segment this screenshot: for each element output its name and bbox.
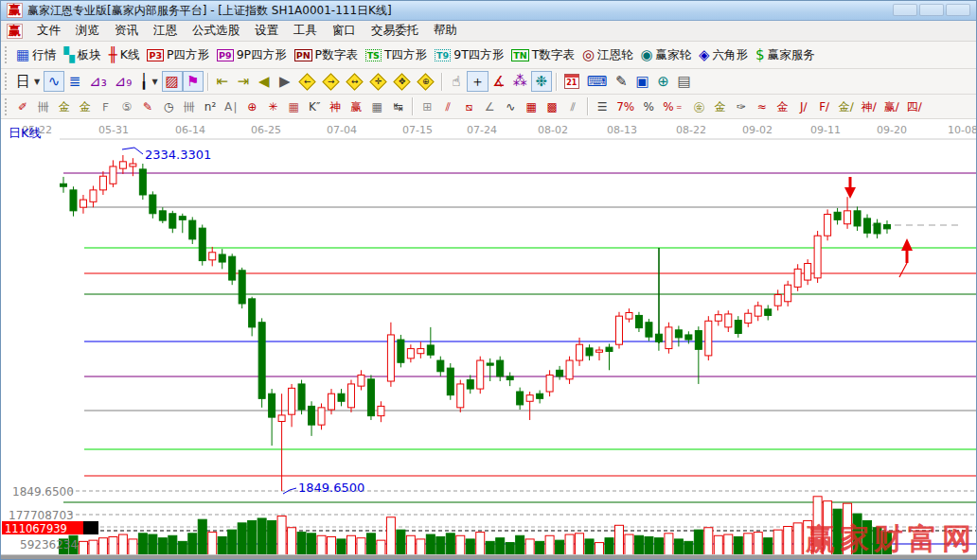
calendar-button[interactable]: 21 bbox=[560, 71, 583, 92]
draw-tool-button[interactable]: Ｆ bbox=[96, 96, 116, 117]
winner-wheel-button[interactable]: ◉赢家轮 bbox=[636, 44, 695, 65]
hexagon-button[interactable]: ◈六角形 bbox=[695, 44, 752, 65]
draw-tool-button[interactable]: 神 bbox=[325, 96, 346, 117]
menu-item[interactable]: 帮助 bbox=[426, 21, 465, 41]
menu-item[interactable]: 江恩 bbox=[146, 21, 185, 41]
draw-tool-button[interactable]: ㊎ bbox=[689, 96, 710, 117]
info-list-tool[interactable]: ≣ bbox=[64, 71, 85, 92]
last-bar-button[interactable]: ⇥ bbox=[233, 71, 254, 92]
draw-tool-button[interactable]: K″ bbox=[304, 96, 325, 117]
zoom-in-button[interactable]: ✛ bbox=[366, 71, 390, 92]
draw-tool-button[interactable]: ⊞ bbox=[417, 96, 437, 117]
winner-service-button[interactable]: $赢家服务 bbox=[752, 44, 819, 65]
draw-tool-button[interactable]: n² bbox=[200, 96, 221, 117]
hand-tool[interactable]: ☝ bbox=[446, 71, 467, 92]
draw-tool-button[interactable]: 金∕ bbox=[835, 96, 858, 117]
sectors-button[interactable]: ▚板块 bbox=[60, 44, 105, 65]
draw-tool-button[interactable]: 金 bbox=[773, 96, 793, 117]
flag-tool[interactable]: ⚑ bbox=[183, 71, 204, 92]
first-bar-button[interactable]: ⇤ bbox=[212, 71, 233, 92]
draw-tool-button[interactable]: 赢∕ bbox=[880, 96, 903, 117]
draw-tool-button[interactable]: ✳ bbox=[262, 96, 283, 117]
kline-chart[interactable]: 05-2205-3106-1406-2507-0407-1507-2408-02… bbox=[1, 119, 976, 559]
print-button[interactable]: ▤ bbox=[674, 71, 695, 92]
draw-tool-button[interactable]: ✑ bbox=[731, 96, 752, 117]
zoom-fit-button[interactable]: ✥ bbox=[390, 71, 414, 92]
save-button[interactable]: ▣ bbox=[631, 71, 652, 92]
draw-tool-button[interactable]: ▦ bbox=[366, 96, 387, 117]
draw-tool-button[interactable]: ✎ bbox=[137, 96, 158, 117]
draw-tool-button[interactable]: %﹦ bbox=[659, 96, 688, 117]
draw-tool-button[interactable]: ⧅ bbox=[458, 96, 479, 117]
draw-tool-button[interactable]: 卌 bbox=[179, 96, 200, 117]
draw-tool-button[interactable]: ⑤ bbox=[116, 96, 137, 117]
quotes-button[interactable]: ▦行情 bbox=[12, 44, 60, 65]
zoom-out-button[interactable]: ⊕ bbox=[414, 71, 437, 92]
draw-tool-button[interactable]: A∣ bbox=[221, 96, 241, 117]
kline-button[interactable]: ╫K线 bbox=[105, 44, 144, 65]
tree-tool[interactable]: ⁂ bbox=[509, 71, 531, 92]
pattern-tool[interactable]: ❉ bbox=[531, 71, 552, 92]
close-button[interactable] bbox=[946, 4, 970, 16]
draw-tool-button[interactable]: F∕ bbox=[814, 96, 835, 117]
web-button[interactable]: ⊕ bbox=[653, 71, 674, 92]
menu-item[interactable]: 浏览 bbox=[68, 21, 107, 41]
angle-measure-tool[interactable]: ∡ bbox=[488, 71, 509, 92]
chart-area[interactable]: 日K线 05-2205-3106-1406-2507-0407-1507-240… bbox=[1, 119, 976, 559]
pan-left-button[interactable]: ← bbox=[295, 71, 319, 92]
draw-tool-button[interactable]: ∿ bbox=[500, 96, 521, 117]
draw-tool-button[interactable]: ∠ bbox=[479, 96, 500, 117]
draw-tool-button[interactable]: 金 bbox=[75, 96, 96, 117]
menu-item[interactable]: 资讯 bbox=[107, 21, 146, 41]
menu-item[interactable]: 文件 bbox=[29, 21, 68, 41]
p-table-button[interactable]: PNP数字表 bbox=[291, 44, 362, 65]
crosshair-tool[interactable]: ＋ bbox=[467, 71, 488, 92]
draw-tool-button[interactable]: ⫽ bbox=[437, 96, 458, 117]
draw-tool-button[interactable]: ⊕ bbox=[241, 96, 262, 117]
tool-icon: TS bbox=[365, 49, 382, 61]
pan-both-button[interactable]: ↔ bbox=[343, 71, 366, 92]
line-chart-tool[interactable]: ∿ bbox=[44, 71, 64, 92]
notes-button[interactable]: ✎ bbox=[611, 71, 631, 92]
bars-3-tool[interactable]: ⊿₃ bbox=[85, 71, 111, 92]
map-tool[interactable]: ▨ bbox=[162, 71, 183, 92]
draw-tool-button[interactable]: ▦ bbox=[283, 96, 304, 117]
draw-tool-button[interactable]: ▩ bbox=[542, 96, 562, 117]
menu-item[interactable]: 设置 bbox=[247, 21, 286, 41]
draw-tool-button[interactable]: ◷ bbox=[158, 96, 179, 117]
menu-item[interactable]: 工具 bbox=[286, 21, 325, 41]
bars-9-tool[interactable]: ⊿₉ bbox=[111, 71, 136, 92]
minimize-button[interactable] bbox=[893, 4, 917, 16]
draw-tool-button[interactable]: ▦ bbox=[521, 96, 542, 117]
draw-tool-button[interactable]: ≈ bbox=[752, 96, 773, 117]
9t-square-button[interactable]: T99T四方形 bbox=[431, 44, 507, 65]
draw-tool-button[interactable]: 四∕ bbox=[903, 96, 926, 117]
draw-tool-button[interactable]: % bbox=[638, 96, 659, 117]
period-selector[interactable]: 日▼ bbox=[12, 71, 44, 92]
draw-tool-button[interactable]: 赢 bbox=[346, 96, 366, 117]
9p-square-button[interactable]: P99P四方形 bbox=[213, 44, 291, 65]
draw-tool-button[interactable]: ↹ bbox=[387, 96, 408, 117]
p-square-button[interactable]: P3P四方形 bbox=[143, 44, 213, 65]
draw-tool-button[interactable]: ☰ bbox=[592, 96, 613, 117]
draw-tool-button[interactable]: 金 bbox=[710, 96, 731, 117]
calculator-button[interactable]: ⌨ bbox=[583, 71, 612, 92]
draw-tool-button[interactable]: J∕ bbox=[793, 96, 814, 117]
gann-wheel-button[interactable]: ◎江恩轮 bbox=[578, 44, 637, 65]
pan-right-button[interactable]: → bbox=[319, 71, 343, 92]
candle-type-selector[interactable]: ╽▼ bbox=[135, 71, 161, 92]
draw-tool-button[interactable]: 卌 bbox=[33, 96, 54, 117]
t-table-button[interactable]: TNT数字表 bbox=[507, 44, 578, 65]
draw-tool-button[interactable]: ⫽ bbox=[562, 96, 583, 117]
menu-item[interactable]: 公式选股 bbox=[185, 21, 247, 41]
next-bar-button[interactable]: ▶ bbox=[275, 71, 295, 92]
draw-tool-button[interactable]: ✐ bbox=[12, 96, 33, 117]
draw-tool-button[interactable]: 7% bbox=[613, 96, 638, 117]
menu-item[interactable]: 窗口 bbox=[325, 21, 364, 41]
t-square-button[interactable]: TST四方形 bbox=[362, 44, 431, 65]
draw-tool-button[interactable]: 金 bbox=[54, 96, 75, 117]
menu-item[interactable]: 交易委托 bbox=[364, 21, 426, 41]
draw-tool-button[interactable]: 神∕ bbox=[858, 96, 880, 117]
prev-bar-button[interactable]: ◀ bbox=[254, 71, 275, 92]
maximize-button[interactable] bbox=[919, 4, 944, 16]
